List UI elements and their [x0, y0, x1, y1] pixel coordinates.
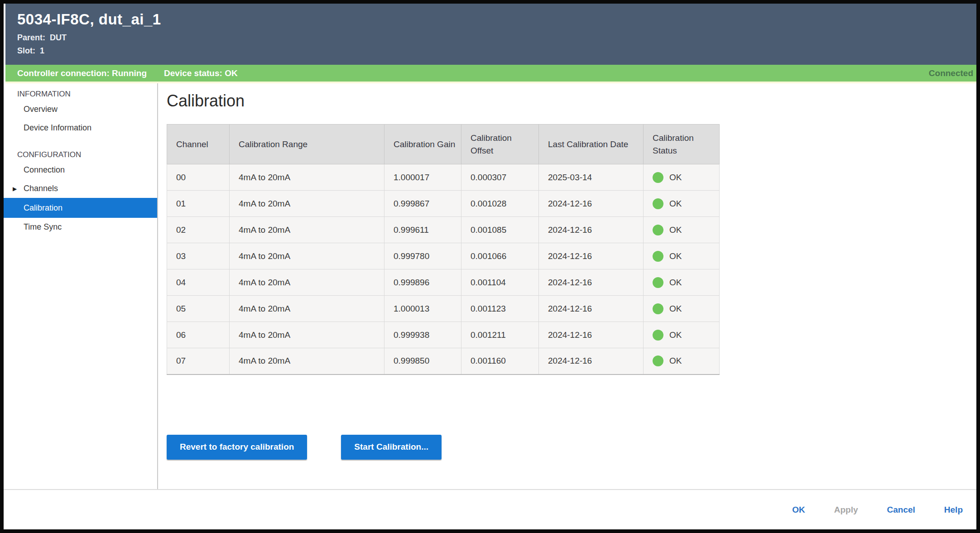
status-ok-icon: [653, 277, 663, 288]
status-text: OK: [669, 356, 682, 365]
parent-value: DUT: [50, 33, 67, 42]
parent-line: Parent:DUT: [17, 33, 976, 43]
apply-button[interactable]: Apply: [834, 505, 858, 515]
sidebar-item-device-information[interactable]: Device Information: [4, 119, 157, 137]
cell-range: 4mA to 20mA: [230, 217, 384, 243]
cell-date: 2024-12-16: [539, 191, 644, 217]
table-row[interactable]: 04 4mA to 20mA 0.999896 0.001104 2024-12…: [167, 269, 720, 296]
device-title: 5034-IF8C, dut_ai_1: [17, 11, 976, 28]
device-config-window: 5034-IF8C, dut_ai_1 Parent:DUT Slot:1 Co…: [4, 4, 976, 529]
table-row[interactable]: 06 4mA to 20mA 0.999938 0.001211 2024-12…: [167, 322, 720, 348]
cell-status: OK: [644, 164, 720, 191]
status-text: OK: [669, 278, 682, 287]
slot-value: 1: [40, 46, 44, 55]
table-body: 00 4mA to 20mA 1.000017 0.000307 2025-03…: [167, 164, 720, 375]
revert-factory-calibration-button[interactable]: Revert to factory calibration: [167, 435, 307, 460]
cell-gain: 0.999938: [384, 322, 461, 348]
cell-offset: 0.001028: [461, 191, 539, 217]
content-area: INFORMATIONOverviewDevice InformationCON…: [4, 83, 976, 489]
cell-channel: 07: [167, 348, 230, 375]
sidebar-item-calibration[interactable]: Calibration: [4, 198, 157, 218]
sidebar-section-configuration: CONFIGURATION: [4, 149, 157, 161]
cell-status: OK: [644, 322, 720, 348]
connection-state: Connected: [929, 68, 973, 78]
cancel-button[interactable]: Cancel: [887, 505, 915, 515]
cell-channel: 01: [167, 191, 230, 217]
cell-range: 4mA to 20mA: [230, 322, 384, 348]
status-ok-icon: [653, 198, 663, 209]
device-status: Device status: OK: [164, 68, 238, 78]
slot-label: Slot:: [17, 46, 35, 55]
status-ok-icon: [653, 251, 663, 262]
table-row[interactable]: 03 4mA to 20mA 0.999780 0.001066 2024-12…: [167, 243, 720, 269]
expand-arrow-icon[interactable]: ▶: [13, 186, 17, 192]
status-text: OK: [669, 225, 682, 235]
cell-channel: 02: [167, 217, 230, 243]
cell-offset: 0.001104: [461, 269, 539, 296]
column-header-calibration-gain: Calibration Gain: [384, 125, 461, 164]
sidebar-item-label: Time Sync: [24, 222, 62, 232]
table-row[interactable]: 02 4mA to 20mA 0.999611 0.001085 2024-12…: [167, 217, 720, 243]
column-header-calibration-range: Calibration Range: [230, 125, 384, 164]
sidebar: INFORMATIONOverviewDevice InformationCON…: [4, 83, 158, 489]
cell-range: 4mA to 20mA: [230, 164, 384, 191]
cell-gain: 0.999867: [384, 191, 461, 217]
table-header-row: ChannelCalibration RangeCalibration Gain…: [167, 125, 720, 164]
sidebar-item-label: Connection: [24, 165, 65, 175]
table-row[interactable]: 07 4mA to 20mA 0.999850 0.001160 2024-12…: [167, 348, 720, 375]
page-title: Calibration: [167, 91, 976, 110]
main-panel: Calibration ChannelCalibration RangeCali…: [158, 83, 976, 489]
cell-gain: 0.999850: [384, 348, 461, 375]
status-ok-icon: [653, 225, 663, 235]
cell-date: 2024-12-16: [539, 296, 644, 322]
cell-date: 2024-12-16: [539, 348, 644, 375]
cell-date: 2024-12-16: [539, 243, 644, 269]
cell-gain: 0.999780: [384, 243, 461, 269]
cell-status: OK: [644, 243, 720, 269]
sidebar-section-information: INFORMATION: [4, 88, 157, 100]
cell-gain: 0.999611: [384, 217, 461, 243]
status-ok-icon: [653, 303, 663, 314]
sidebar-item-overview[interactable]: Overview: [4, 100, 157, 119]
table-row[interactable]: 01 4mA to 20mA 0.999867 0.001028 2024-12…: [167, 191, 720, 217]
cell-gain: 1.000013: [384, 296, 461, 322]
cell-status: OK: [644, 269, 720, 296]
cell-status: OK: [644, 191, 720, 217]
table-row[interactable]: 00 4mA to 20mA 1.000017 0.000307 2025-03…: [167, 164, 720, 191]
status-ok-icon: [653, 355, 663, 366]
column-header-last-calibration-date: Last Calibration Date: [539, 125, 644, 164]
sidebar-item-time-sync[interactable]: Time Sync: [4, 218, 157, 236]
sidebar-item-label: Device Information: [24, 123, 91, 133]
column-header-calibration-offset: Calibration Offset: [461, 125, 539, 164]
sidebar-item-channels[interactable]: ▶Channels: [4, 179, 157, 198]
cell-channel: 05: [167, 296, 230, 322]
status-text: OK: [669, 304, 682, 313]
cell-date: 2024-12-16: [539, 269, 644, 296]
start-calibration-button[interactable]: Start Calibration...: [341, 435, 442, 460]
sidebar-item-connection[interactable]: Connection: [4, 161, 157, 179]
cell-channel: 03: [167, 243, 230, 269]
cell-offset: 0.001123: [461, 296, 539, 322]
cell-status: OK: [644, 296, 720, 322]
status-ok-icon: [653, 172, 663, 183]
footer-bar: OKApplyCancelHelp: [4, 489, 976, 529]
calibration-table: ChannelCalibration RangeCalibration Gain…: [167, 124, 720, 375]
cell-gain: 1.000017: [384, 164, 461, 191]
cell-range: 4mA to 20mA: [230, 296, 384, 322]
status-text: OK: [669, 330, 682, 340]
cell-range: 4mA to 20mA: [230, 243, 384, 269]
cell-offset: 0.001211: [461, 322, 539, 348]
status-text: OK: [669, 173, 682, 182]
help-button[interactable]: Help: [944, 505, 963, 515]
cell-status: OK: [644, 217, 720, 243]
cell-offset: 0.000307: [461, 164, 539, 191]
cell-offset: 0.001160: [461, 348, 539, 375]
cell-date: 2024-12-16: [539, 322, 644, 348]
cell-gain: 0.999896: [384, 269, 461, 296]
ok-button[interactable]: OK: [792, 505, 805, 515]
status-text: OK: [669, 251, 682, 261]
cell-offset: 0.001085: [461, 217, 539, 243]
table-row[interactable]: 05 4mA to 20mA 1.000013 0.001123 2024-12…: [167, 296, 720, 322]
status-text: OK: [669, 199, 682, 208]
action-buttons: Revert to factory calibration Start Cali…: [167, 435, 976, 460]
